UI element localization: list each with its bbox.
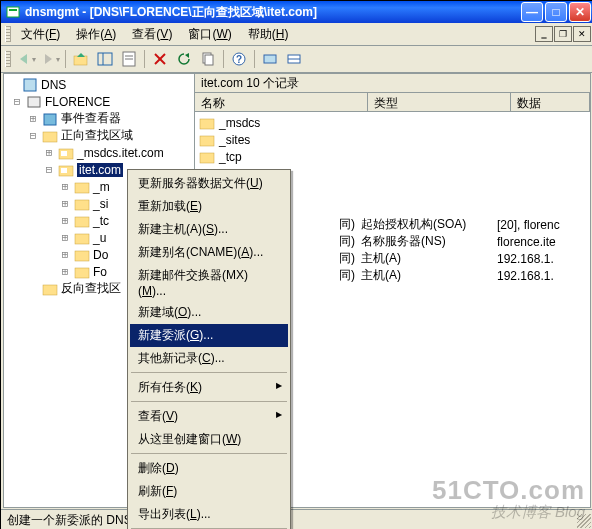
expander-icon[interactable]: ⊞: [56, 265, 74, 278]
mdi-close-button[interactable]: ✕: [573, 26, 591, 42]
rebar-handle[interactable]: [5, 26, 11, 42]
context-menu-item[interactable]: 删除(D): [130, 457, 288, 480]
svg-rect-28: [61, 168, 67, 173]
tree-sub[interactable]: Fo: [93, 265, 107, 279]
svg-marker-5: [77, 53, 85, 57]
svg-rect-18: [264, 55, 276, 63]
context-menu[interactable]: 更新服务器数据文件(U)重新加载(E)新建主机(A)(S)...新建别名(CNA…: [127, 169, 291, 529]
expander-icon[interactable]: ⊟: [24, 129, 42, 142]
tree-reverse-zone[interactable]: 反向查找区: [61, 280, 121, 297]
menu-action[interactable]: 操作(A): [68, 24, 124, 45]
list-row[interactable]: 同)主机(A)192.168.1.: [283, 250, 554, 267]
svg-rect-36: [200, 119, 214, 129]
context-menu-item[interactable]: 所有任务(K): [130, 376, 288, 399]
forward-button[interactable]: ▾: [39, 48, 61, 70]
mdi-restore-button[interactable]: ❐: [554, 26, 572, 42]
context-menu-item[interactable]: 新建别名(CNAME)(A)...: [130, 241, 288, 264]
menu-view[interactable]: 查看(V): [124, 24, 180, 45]
folder-icon: [199, 132, 215, 148]
dns-root-icon: [22, 77, 38, 93]
context-menu-item[interactable]: 新建域(O)...: [130, 301, 288, 324]
context-menu-item[interactable]: 新建委派(G)...: [130, 324, 288, 347]
up-button[interactable]: [70, 48, 92, 70]
tree-msdcs-zone[interactable]: _msdcs.itet.com: [77, 146, 164, 160]
close-button[interactable]: ✕: [569, 2, 591, 22]
show-hide-tree-button[interactable]: [94, 48, 116, 70]
mdi-minimize-button[interactable]: ‗: [535, 26, 553, 42]
expander-icon[interactable]: ⊞: [24, 112, 42, 125]
list-row[interactable]: _sites: [195, 131, 355, 148]
svg-rect-29: [75, 183, 89, 193]
minimize-button[interactable]: —: [521, 2, 543, 22]
svg-rect-4: [74, 56, 87, 65]
tree-root[interactable]: DNS: [41, 78, 66, 92]
folder-icon: [74, 179, 90, 195]
context-menu-item[interactable]: 导出列表(L)...: [130, 503, 288, 526]
menu-separator: [131, 372, 287, 374]
tree-sub[interactable]: _si: [93, 197, 108, 211]
list-row[interactable]: 同)主机(A)192.168.1.: [283, 267, 554, 284]
svg-rect-24: [43, 132, 57, 142]
list-row[interactable]: _msdcs: [195, 114, 355, 131]
context-menu-item[interactable]: 更新服务器数据文件(U): [130, 172, 288, 195]
context-menu-item[interactable]: 重新加载(E): [130, 195, 288, 218]
tree-server[interactable]: FLORENCE: [45, 95, 110, 109]
export-button[interactable]: [197, 48, 219, 70]
svg-rect-33: [75, 251, 89, 261]
col-type[interactable]: 类型: [368, 93, 511, 111]
menu-window[interactable]: 窗口(W): [180, 24, 239, 45]
context-menu-item[interactable]: 新建主机(A)(S)...: [130, 218, 288, 241]
menu-help[interactable]: 帮助(H): [240, 24, 297, 45]
tree-sub[interactable]: _u: [93, 231, 106, 245]
dns-tool-1[interactable]: [259, 48, 281, 70]
expander-icon[interactable]: ⊞: [56, 180, 74, 193]
svg-rect-6: [98, 53, 112, 65]
folder-icon: [74, 247, 90, 263]
tree-sub[interactable]: _tc: [93, 214, 109, 228]
tree-sub[interactable]: Do: [93, 248, 108, 262]
expander-icon[interactable]: ⊞: [40, 146, 58, 159]
folder-icon: [42, 281, 58, 297]
list-row[interactable]: _tcp: [195, 148, 355, 165]
svg-marker-2: [20, 54, 27, 64]
folder-icon: [199, 115, 215, 131]
expander-icon[interactable]: ⊞: [56, 214, 74, 227]
context-menu-item[interactable]: 刷新(F): [130, 480, 288, 503]
tree-itet-zone[interactable]: itet.com: [77, 163, 123, 177]
resize-grip-icon[interactable]: [577, 514, 591, 528]
context-menu-item[interactable]: 其他新记录(C)...: [130, 347, 288, 370]
col-data[interactable]: 数据: [511, 93, 590, 111]
rebar-handle[interactable]: [5, 51, 11, 67]
app-icon: [5, 4, 21, 20]
dns-tool-2[interactable]: [283, 48, 305, 70]
title-bar[interactable]: dnsmgmt - [DNS\FLORENCE\正向查找区域\itet.com]…: [1, 1, 592, 23]
delete-button[interactable]: [149, 48, 171, 70]
expander-icon[interactable]: ⊞: [56, 197, 74, 210]
list-row[interactable]: 同)名称服务器(NS)florence.ite: [283, 233, 556, 250]
refresh-button[interactable]: [173, 48, 195, 70]
context-menu-item[interactable]: 新建邮件交换器(MX)(M)...: [130, 264, 288, 301]
properties-button[interactable]: [118, 48, 140, 70]
expander-icon[interactable]: ⊞: [56, 231, 74, 244]
svg-rect-1: [9, 9, 17, 11]
column-header[interactable]: 名称 类型 数据: [195, 93, 590, 112]
maximize-button[interactable]: □: [545, 2, 567, 22]
expander-icon[interactable]: ⊟: [40, 163, 58, 176]
svg-rect-38: [200, 153, 214, 163]
svg-rect-15: [205, 55, 213, 65]
context-menu-item[interactable]: 查看(V): [130, 405, 288, 428]
tree-sub[interactable]: _m: [93, 180, 110, 194]
svg-rect-37: [200, 136, 214, 146]
tree-eventviewer[interactable]: 事件查看器: [61, 110, 121, 127]
expander-icon[interactable]: ⊟: [8, 95, 26, 108]
back-button[interactable]: ▾: [15, 48, 37, 70]
list-row[interactable]: 同)起始授权机构(SOA)[20], florenc: [283, 216, 560, 233]
menu-file[interactable]: 文件(F): [13, 24, 68, 45]
context-menu-item[interactable]: 从这里创建窗口(W): [130, 428, 288, 451]
tree-forward-zone[interactable]: 正向查找区域: [61, 127, 133, 144]
menu-separator: [131, 453, 287, 455]
folder-icon: [42, 128, 58, 144]
col-name[interactable]: 名称: [195, 93, 368, 111]
help-button[interactable]: ?: [228, 48, 250, 70]
expander-icon[interactable]: ⊞: [56, 248, 74, 261]
